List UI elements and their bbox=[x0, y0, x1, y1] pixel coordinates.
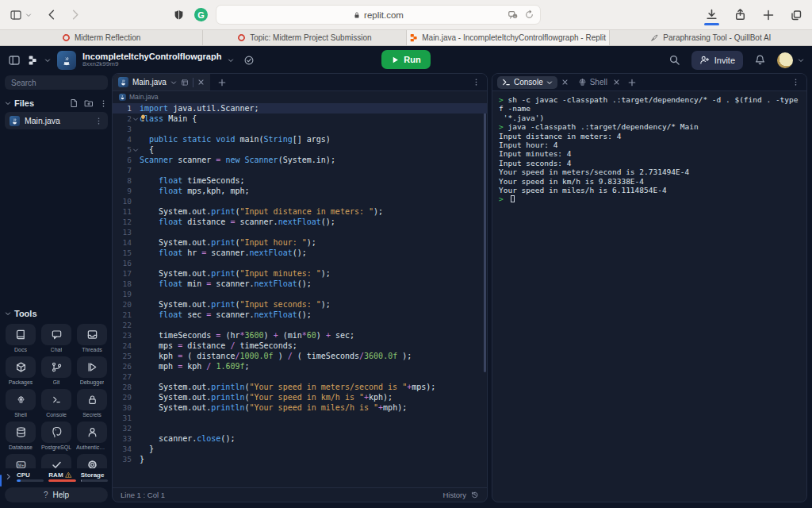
tool-check-icon[interactable] bbox=[40, 454, 72, 468]
invite-button[interactable]: Invite bbox=[691, 51, 743, 70]
run-button[interactable]: Run bbox=[381, 50, 431, 69]
header-search-icon[interactable] bbox=[668, 54, 680, 66]
files-header: Files bbox=[5, 98, 108, 108]
browser-tab[interactable]: Main.java - IncompleteItchyControlflowgr… bbox=[407, 30, 610, 45]
forward-button[interactable] bbox=[69, 9, 81, 21]
new-editor-tab-icon[interactable] bbox=[217, 78, 227, 87]
code-line: 27 bbox=[113, 371, 487, 382]
cursor-position[interactable]: Line 1 : Col 1 bbox=[121, 491, 165, 499]
fold-chevron-icon bbox=[132, 361, 140, 371]
console-tab[interactable]: Console bbox=[497, 76, 557, 89]
editor-tab-main-java[interactable]: Main.java bbox=[113, 74, 210, 90]
address-bar[interactable]: replit.com s bbox=[216, 5, 541, 25]
status-check-icon[interactable] bbox=[243, 55, 255, 66]
code-line: 14 System.out.print("Input hour: "); bbox=[113, 237, 487, 248]
tool-shell[interactable]: Shell bbox=[5, 389, 36, 419]
workspace-sidebar-toggle-icon[interactable] bbox=[8, 54, 21, 67]
tab-chevron-icon[interactable] bbox=[170, 79, 177, 86]
tool-label: Git bbox=[53, 379, 60, 387]
replit-logo-icon[interactable] bbox=[27, 55, 38, 66]
tool-gear-icon[interactable] bbox=[76, 454, 108, 468]
files-collapse-icon[interactable] bbox=[5, 100, 11, 106]
help-button[interactable]: ? Help bbox=[5, 487, 108, 502]
share-button[interactable] bbox=[733, 8, 747, 21]
console-output[interactable]: > sh -c javac -classpath .:target/depend… bbox=[492, 91, 806, 502]
shell-tab-close-icon[interactable] bbox=[613, 79, 620, 86]
tool-threads[interactable]: Threads bbox=[76, 324, 108, 354]
tab-overview-button[interactable] bbox=[790, 9, 802, 21]
reload-button[interactable] bbox=[524, 10, 534, 20]
console-tab-chevron-icon[interactable] bbox=[546, 79, 553, 86]
avatar[interactable] bbox=[777, 52, 793, 68]
tools-collapse-icon[interactable] bbox=[5, 310, 11, 317]
browser-tab[interactable]: Midterm Reflection bbox=[0, 30, 203, 45]
meter-storage[interactable]: Storage bbox=[81, 471, 108, 482]
files-menu-icon[interactable] bbox=[99, 98, 108, 108]
browser-tab[interactable]: Paraphrasing Tool - QuillBot AI bbox=[610, 30, 812, 45]
sidebar-chevron-icon[interactable] bbox=[25, 12, 32, 18]
new-tab-button[interactable] bbox=[762, 9, 775, 21]
line-number: 6 bbox=[113, 155, 132, 165]
meter-ram[interactable]: RAM bbox=[48, 471, 75, 482]
new-file-icon[interactable] bbox=[69, 98, 79, 108]
back-button[interactable] bbox=[46, 9, 58, 21]
console-text: '*.java') bbox=[499, 114, 544, 122]
svg-text:s: s bbox=[514, 13, 515, 17]
file-item-main-java[interactable]: Main.java bbox=[5, 112, 108, 129]
replit-icon bbox=[409, 33, 418, 42]
fold-chevron-icon bbox=[132, 382, 140, 392]
console-text: Your speed in meters/second is 2.731494E… bbox=[499, 167, 689, 176]
file-menu-icon[interactable] bbox=[94, 117, 103, 125]
search-input[interactable] bbox=[5, 75, 108, 90]
meters-expand-icon[interactable] bbox=[5, 473, 12, 480]
new-console-tab-icon[interactable] bbox=[627, 78, 637, 87]
browser-tab[interactable]: Topic: Midterm Project Submission bbox=[203, 30, 406, 45]
meter-cpu[interactable]: CPU bbox=[17, 471, 44, 482]
new-folder-icon[interactable] bbox=[84, 98, 94, 108]
quickfix-bulb-icon[interactable] bbox=[139, 114, 147, 125]
notifications-bell-icon[interactable] bbox=[754, 54, 766, 66]
tool-postgresql[interactable]: PostgreSQL bbox=[40, 421, 72, 452]
tab-close-icon[interactable] bbox=[197, 79, 205, 86]
svg-text:M+: M+ bbox=[17, 463, 23, 468]
editor-pane-menu-icon[interactable] bbox=[472, 78, 481, 87]
tool-console[interactable]: Console bbox=[40, 389, 72, 419]
tool-database[interactable]: Database bbox=[5, 421, 36, 452]
account-chevron-icon[interactable] bbox=[798, 57, 804, 64]
console-text: Your speed in km/h is 9.83338E-4 bbox=[499, 177, 644, 186]
pane-handle-accent[interactable] bbox=[0, 475, 2, 487]
tool-git[interactable]: Git bbox=[40, 356, 72, 387]
meter-bar bbox=[17, 479, 44, 482]
tab-layout-icon[interactable] bbox=[181, 79, 189, 87]
line-number: 1 bbox=[113, 103, 132, 114]
grammarly-icon[interactable]: G bbox=[194, 8, 208, 21]
tool-debugger[interactable]: Debugger bbox=[76, 356, 108, 387]
tool-packages[interactable]: Packages bbox=[5, 356, 36, 387]
browser-sidebar-icon[interactable] bbox=[10, 9, 22, 21]
console-text: java -classpath .:target/dependency/* Ma… bbox=[508, 122, 698, 131]
extension-badge-icon[interactable]: s bbox=[508, 10, 519, 21]
tool-mplus-icon[interactable]: M+ bbox=[5, 454, 36, 468]
title-chevron-icon[interactable] bbox=[228, 57, 234, 64]
tool-secrets[interactable]: Secrets bbox=[76, 389, 108, 419]
tool-label: Chat bbox=[51, 347, 63, 354]
history-button[interactable]: History bbox=[442, 491, 479, 499]
breadcrumb[interactable]: Main.java bbox=[113, 91, 487, 102]
history-icon bbox=[470, 491, 479, 499]
logo-chevron-icon[interactable] bbox=[44, 57, 51, 64]
privacy-shield-icon[interactable] bbox=[173, 9, 185, 21]
tool-docs[interactable]: Docs bbox=[5, 324, 36, 354]
code-editor[interactable]: 1import java.util.Scanner;2class Main {3… bbox=[113, 102, 487, 487]
code-line: 28 System.out.println("Your speed in met… bbox=[113, 382, 487, 392]
line-number: 3 bbox=[113, 124, 132, 134]
tool-authenticat-[interactable]: Authenticat... bbox=[76, 421, 108, 452]
repl-title[interactable]: IncompleteItchyControlflowgraph 8xxn2k99… bbox=[82, 52, 221, 68]
tool-chat[interactable]: Chat bbox=[40, 324, 72, 354]
fold-chevron-icon bbox=[132, 423, 140, 433]
shell-tab[interactable]: Shell bbox=[578, 78, 620, 87]
tool-label: Threads bbox=[82, 347, 102, 354]
console-pane-menu-icon[interactable] bbox=[791, 78, 800, 87]
downloads-button[interactable] bbox=[705, 8, 718, 21]
console-tab-close-icon[interactable] bbox=[561, 79, 569, 86]
fold-chevron-icon[interactable] bbox=[132, 144, 140, 155]
